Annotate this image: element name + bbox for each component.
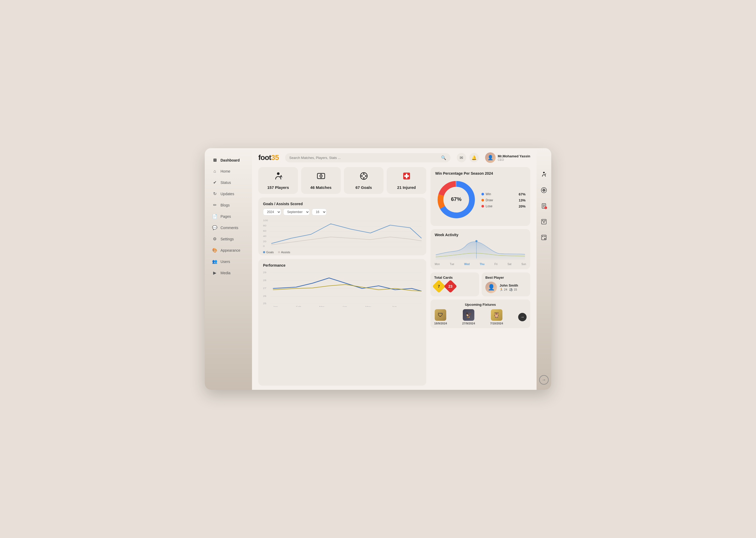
sidebar-label-dashboard: Dashboard — [220, 158, 240, 162]
sidebar-item-blogs[interactable]: ✏ Blogs — [207, 200, 250, 210]
svg-rect-9 — [404, 175, 409, 177]
sidebar-item-settings[interactable]: ⚙ Settings — [207, 234, 250, 244]
best-player-stats: 🏃 24 ⚽ 15 — [499, 288, 518, 291]
appearance-icon: 🎨 — [212, 248, 217, 253]
comments-icon: 💬 — [212, 225, 217, 230]
goals-label: Goals — [266, 250, 274, 254]
svg-text:25: 25 — [263, 302, 266, 305]
year-filter[interactable]: 2024 — [263, 209, 281, 215]
performance-chart-svg: 29 28 27 26 25 — [263, 270, 422, 308]
svg-text:Feb: Feb — [296, 305, 301, 307]
svg-point-67 — [544, 236, 545, 237]
mail-button[interactable]: ✉ — [457, 153, 466, 162]
svg-point-46 — [543, 172, 545, 173]
bottom-row: Total Cards 7 23 Best Player — [431, 272, 530, 296]
search-input[interactable] — [289, 156, 439, 160]
chart-filters: 2024 September 16 — [263, 209, 422, 215]
total-cards-title: Total Cards — [434, 276, 475, 280]
win-legend-lose: Lose 20% — [481, 204, 526, 208]
day-sun: Sun — [521, 263, 526, 266]
performance-title: Performance — [263, 263, 422, 267]
main-content: foot35 🔍 ✉ 🔔 👤 Mr.Mohamed Yassin CEO — [252, 148, 537, 390]
sidebar-item-comments[interactable]: 💬 Comments — [207, 223, 250, 233]
svg-text:67%: 67% — [451, 196, 461, 202]
goals-chart-title: Goals / Assists Scored — [263, 202, 422, 206]
day-sat: Sat — [507, 263, 511, 266]
stats-row: 157 Players 46 Matches — [258, 167, 426, 194]
goals-stat-icon — [359, 171, 368, 183]
stat-card-players: 157 Players — [258, 167, 298, 194]
user-name: Mr.Mohamed Yassin — [498, 154, 530, 158]
sidebar-item-updates[interactable]: ↻ Updates — [207, 188, 250, 199]
sidebar-label-media: Media — [220, 271, 230, 275]
user-info: 👤 Mr.Mohamed Yassin CEO — [485, 152, 530, 163]
week-activity-card: Week Activity — [431, 229, 530, 269]
sidebar-label-comments: Comments — [220, 226, 238, 230]
sidebar-label-updates: Updates — [220, 192, 234, 196]
sidebar-item-users[interactable]: 👥 Users — [207, 256, 250, 267]
app-container: ⊞ Dashboard ⌂ Home ✔ Status ↻ Updates ✏ … — [205, 148, 551, 390]
injured-stat-icon — [402, 171, 411, 183]
right-icon-player[interactable] — [539, 169, 549, 180]
stat-card-goals: 67 Goals — [344, 167, 384, 194]
svg-text:May: May — [365, 305, 371, 307]
header-icons: ✉ 🔔 — [457, 153, 479, 162]
svg-marker-51 — [544, 189, 546, 191]
right-icon-tactics[interactable] — [539, 216, 549, 227]
svg-text:20: 20 — [263, 240, 266, 243]
search-bar[interactable]: 🔍 — [285, 153, 450, 162]
goals-chart-card: Goals / Assists Scored 2024 September 16 — [258, 197, 426, 255]
svg-marker-49 — [543, 188, 545, 190]
player-stat-icon — [273, 171, 283, 183]
goals-legend: Goals — [263, 250, 274, 254]
svg-text:Jun: Jun — [392, 305, 397, 307]
users-icon: 👥 — [212, 259, 217, 264]
win-pct: 67% — [519, 192, 526, 196]
donut-chart: 67% — [435, 179, 477, 222]
sidebar-item-status[interactable]: ✔ Status — [207, 177, 250, 188]
assists-label: Assists — [281, 250, 290, 254]
day-thu: Thu — [480, 263, 484, 266]
players-value: 157 Players — [267, 185, 289, 190]
day-tue: Tue — [450, 263, 454, 266]
sidebar-label-appearance: Appearance — [220, 248, 240, 252]
stat-card-injured: 21 Injured — [387, 167, 426, 194]
sidebar-item-home[interactable]: ⌂ Home — [207, 166, 250, 176]
matches-stat-icon — [316, 171, 326, 183]
lose-label: Lose — [486, 204, 493, 208]
month-filter[interactable]: September — [283, 209, 310, 215]
fixture-date-1: 27/9/2024 — [462, 322, 475, 325]
sidebar-item-dashboard[interactable]: ⊞ Dashboard — [207, 155, 250, 165]
svg-text:0: 0 — [263, 245, 265, 247]
sidebar-item-pages[interactable]: 📄 Pages — [207, 211, 250, 221]
notification-button[interactable]: 🔔 — [469, 153, 479, 162]
svg-line-64 — [544, 221, 545, 222]
day-filter[interactable]: 16 — [312, 209, 327, 215]
fixture-1: 🦅 27/9/2024 — [462, 309, 475, 325]
best-player-avatar: 👤 — [485, 282, 497, 293]
activity-title: Week Activity — [435, 233, 526, 237]
fixture-logo-2: 🦉 — [491, 309, 502, 321]
right-nav-arrow[interactable]: → — [539, 375, 548, 385]
right-icon-ball[interactable] — [539, 185, 549, 195]
sidebar-label-pages: Pages — [220, 214, 231, 219]
day-wed: Wed — [464, 263, 470, 266]
sidebar-item-media[interactable]: ▶ Media — [207, 268, 250, 278]
svg-text:26: 26 — [263, 295, 266, 297]
svg-point-0 — [277, 172, 280, 175]
svg-text:Jan: Jan — [273, 305, 278, 307]
fixture-date-2: 7/10/2024 — [490, 322, 503, 325]
svg-point-45 — [475, 240, 478, 242]
search-icon: 🔍 — [441, 155, 446, 160]
best-player-info: John Smith 🏃 24 ⚽ 15 — [499, 284, 518, 291]
svg-text:40: 40 — [263, 235, 266, 238]
right-icon-card[interactable]: ! — [539, 201, 549, 211]
svg-line-63 — [543, 221, 544, 222]
sidebar-item-appearance[interactable]: 🎨 Appearance — [207, 245, 250, 255]
fixtures-title: Upcoming Fixtures — [434, 303, 527, 306]
total-cards-card: Total Cards 7 23 — [431, 272, 479, 296]
sidebar-label-users: Users — [220, 259, 230, 264]
avatar: 👤 — [485, 152, 496, 163]
right-icon-tactics-x[interactable] — [539, 232, 549, 243]
fixtures-next-button[interactable]: → — [518, 313, 527, 321]
